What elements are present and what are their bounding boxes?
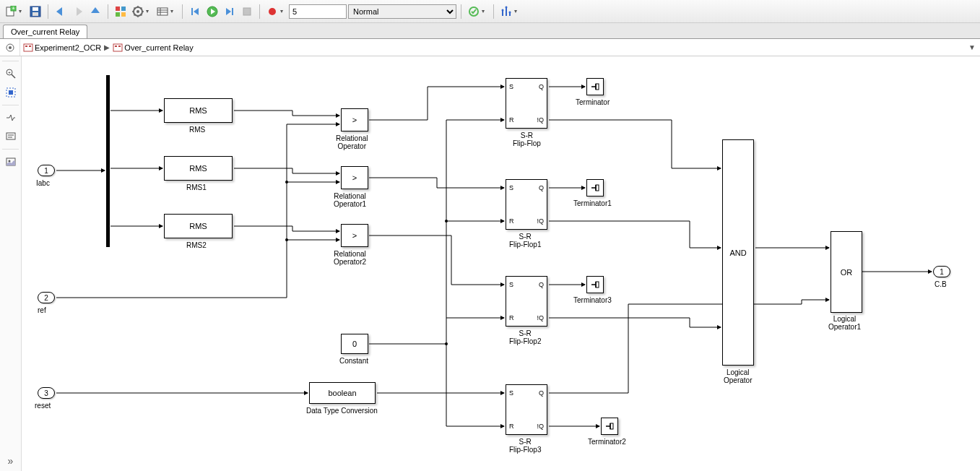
svg-rect-39 bbox=[113, 44, 122, 51]
srff3-block[interactable]: S R Q !Q bbox=[506, 384, 547, 435]
annotations-icon[interactable] bbox=[3, 129, 19, 144]
tune-dropdown-icon[interactable]: ▾ bbox=[514, 8, 521, 14]
step-back-icon[interactable] bbox=[187, 4, 203, 20]
terminator-block[interactable] bbox=[586, 78, 604, 95]
svg-point-14 bbox=[136, 10, 139, 13]
run-icon[interactable] bbox=[204, 4, 220, 20]
target-icon[interactable] bbox=[0, 39, 20, 56]
svg-marker-7 bbox=[77, 7, 82, 16]
library-browser-icon[interactable] bbox=[113, 4, 129, 20]
inport-reset-label: reset bbox=[35, 402, 51, 410]
svg-rect-37 bbox=[25, 46, 27, 47]
logical-operator1-block[interactable]: OR bbox=[831, 231, 862, 313]
record-dropdown-icon[interactable]: ▾ bbox=[280, 8, 287, 14]
tune-icon[interactable] bbox=[498, 4, 514, 20]
srff2-port-nq: !Q bbox=[537, 314, 544, 321]
collapse-panel-icon[interactable]: » bbox=[8, 455, 14, 467]
toggle-sample-time-icon[interactable] bbox=[3, 110, 19, 126]
srff2-port-r: R bbox=[509, 314, 514, 321]
model-explorer-icon[interactable] bbox=[155, 4, 170, 20]
srff2-block[interactable]: S R Q !Q bbox=[506, 276, 547, 327]
srff1-port-q: Q bbox=[539, 184, 544, 191]
tab-over-current-relay[interactable]: Over_current Relay bbox=[3, 25, 87, 38]
stop-icon[interactable] bbox=[239, 4, 255, 20]
subsystem-icon bbox=[113, 43, 123, 53]
up-icon[interactable] bbox=[87, 4, 103, 20]
fit-to-view-icon[interactable] bbox=[3, 85, 19, 100]
srff1-port-nq: !Q bbox=[537, 217, 544, 225]
outport-cb[interactable]: 1 bbox=[933, 266, 950, 277]
rms1-block[interactable]: RMS bbox=[164, 156, 233, 181]
rms2-block[interactable]: RMS bbox=[164, 214, 233, 238]
svg-point-33 bbox=[509, 11, 511, 13]
save-icon[interactable] bbox=[27, 4, 43, 20]
config-dropdown-icon[interactable]: ▾ bbox=[146, 8, 153, 14]
srff1-label: S-R Flip-Flop1 bbox=[509, 233, 541, 249]
svg-text:+: + bbox=[8, 70, 11, 74]
srff-port-s: S bbox=[509, 83, 513, 90]
svg-rect-10 bbox=[121, 7, 126, 11]
srff-label: S-R Flip-Flop bbox=[513, 131, 541, 147]
svg-rect-12 bbox=[121, 12, 126, 17]
breadcrumb-item[interactable]: Over_current Relay bbox=[124, 43, 193, 52]
model-canvas[interactable]: 1 Iabc 2 ref 3 reset RMS RMS RMS RMS1 RM… bbox=[22, 56, 980, 471]
svg-rect-11 bbox=[116, 12, 120, 17]
back-icon[interactable] bbox=[53, 4, 69, 20]
view-dropdown-icon[interactable]: ▼ bbox=[968, 43, 976, 51]
srff-block[interactable]: S R Q !Q bbox=[506, 78, 547, 129]
terminator1-block[interactable] bbox=[586, 179, 604, 196]
svg-rect-47 bbox=[6, 133, 15, 139]
svg-point-55 bbox=[445, 342, 448, 345]
zoom-icon[interactable]: + bbox=[3, 66, 19, 82]
image-icon[interactable] bbox=[3, 154, 19, 170]
srff3-port-r: R bbox=[509, 423, 514, 430]
rms-label: RMS bbox=[189, 126, 205, 134]
constant-block[interactable]: 0 bbox=[341, 334, 368, 354]
simulation-mode-select[interactable]: Normal bbox=[348, 4, 456, 19]
stop-time-input[interactable] bbox=[289, 4, 347, 19]
svg-rect-40 bbox=[115, 46, 117, 47]
svg-marker-20 bbox=[194, 8, 199, 15]
relop1-block[interactable]: > bbox=[341, 166, 368, 189]
inport-reset[interactable]: 3 bbox=[38, 387, 55, 399]
svg-rect-9 bbox=[116, 7, 120, 11]
forward-icon[interactable] bbox=[70, 4, 86, 20]
constant-label: Constant bbox=[339, 357, 368, 365]
inport-iabc[interactable]: 1 bbox=[38, 165, 55, 176]
terminator2-block[interactable] bbox=[601, 418, 618, 435]
relop2-label: Relational Operator2 bbox=[334, 250, 366, 266]
relop-block[interactable]: > bbox=[341, 108, 368, 131]
relop1-label: Relational Operator1 bbox=[334, 192, 366, 208]
rms-block[interactable]: RMS bbox=[164, 98, 233, 123]
new-model-icon[interactable]: + bbox=[3, 4, 19, 20]
srff1-block[interactable]: S R Q !Q bbox=[506, 179, 547, 230]
new-dropdown-icon[interactable]: ▾ bbox=[19, 8, 26, 14]
svg-point-56 bbox=[445, 220, 448, 222]
record-icon[interactable] bbox=[264, 4, 280, 20]
step-forward-icon[interactable] bbox=[222, 4, 238, 20]
terminator2-label: Terminator2 bbox=[588, 438, 626, 446]
terminator3-block[interactable] bbox=[586, 276, 604, 293]
svg-point-32 bbox=[506, 6, 508, 8]
svg-marker-6 bbox=[56, 7, 62, 16]
inport-ref[interactable]: 2 bbox=[38, 292, 55, 303]
side-toolbar: + » bbox=[0, 56, 22, 471]
logical-operator1-label: Logical Operator1 bbox=[828, 315, 861, 331]
model-config-icon[interactable] bbox=[130, 4, 146, 20]
srff-port-nq: !Q bbox=[537, 116, 544, 124]
logical-operator-block[interactable]: AND bbox=[722, 139, 754, 366]
breadcrumb-item[interactable]: Experiment2_OCR bbox=[35, 43, 101, 52]
demux-block[interactable] bbox=[106, 75, 110, 247]
svg-point-26 bbox=[269, 8, 276, 15]
dtc-block[interactable]: boolean bbox=[309, 382, 376, 404]
logical-operator-label: Logical Operator bbox=[724, 368, 752, 384]
build-dropdown-icon[interactable]: ▾ bbox=[482, 8, 489, 14]
svg-rect-24 bbox=[232, 8, 233, 15]
build-icon[interactable] bbox=[466, 4, 482, 20]
svg-rect-4 bbox=[32, 7, 38, 11]
explorer-dropdown-icon[interactable]: ▾ bbox=[170, 8, 178, 14]
svg-rect-38 bbox=[29, 46, 31, 47]
svg-point-31 bbox=[502, 9, 504, 11]
relop2-block[interactable]: > bbox=[341, 224, 368, 247]
rms1-label: RMS1 bbox=[186, 183, 207, 191]
